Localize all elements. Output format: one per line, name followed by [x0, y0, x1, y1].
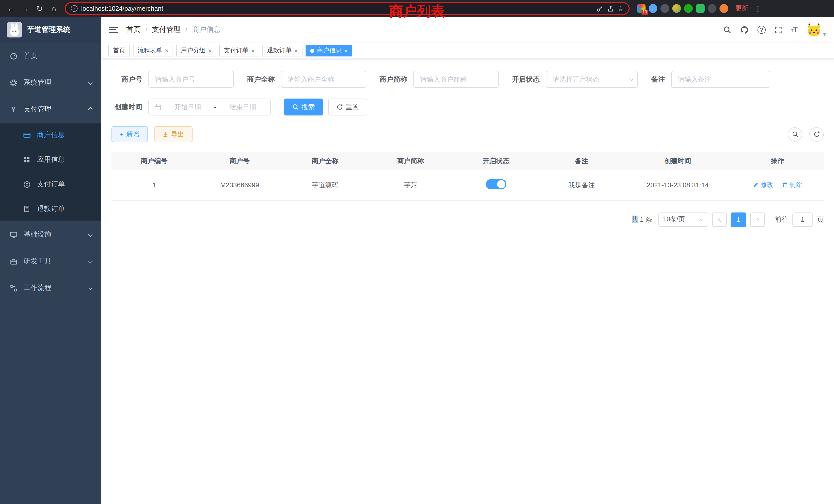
chevron-up-icon — [88, 107, 93, 112]
app-logo[interactable]: 芋道管理系统 — [0, 17, 101, 43]
tab-merchant-info[interactable]: 商户信息 × — [306, 45, 352, 56]
filter-label: 商户号 — [111, 75, 142, 84]
pinned-extension-icon[interactable] — [708, 4, 717, 13]
sidebar-item-system[interactable]: 系统管理 — [0, 69, 101, 96]
column-header: 创建时间 — [624, 153, 731, 170]
home-icon[interactable]: ⌂ — [48, 3, 60, 14]
tab-process-form[interactable]: 流程表单 × — [133, 45, 173, 56]
calendar-icon — [154, 104, 161, 111]
trash-icon — [781, 182, 788, 188]
filter-create-time: 创建时间 开始日期 - 结束日期 — [111, 98, 271, 115]
page-number-button[interactable]: 1 — [731, 212, 746, 227]
delete-link[interactable]: 删除 — [781, 181, 802, 189]
forward-icon[interactable]: → — [20, 3, 31, 14]
sidebar-item-infrastructure[interactable]: 基础设施 — [0, 221, 101, 248]
sidebar-item-workflow[interactable]: 工作流程 — [0, 275, 101, 301]
page-size-select[interactable] — [658, 212, 708, 227]
status-select[interactable] — [546, 71, 638, 88]
add-button[interactable]: + 新增 — [111, 126, 148, 142]
app-title: 芋道管理系统 — [27, 25, 70, 35]
browser-menu-icon[interactable]: ⋮ — [754, 4, 762, 13]
start-date-placeholder: 开始日期 — [166, 102, 210, 112]
tab-refund-order[interactable]: 退款订单 × — [262, 45, 303, 56]
sidebar-item-devtools[interactable]: 研发工具 — [0, 248, 101, 275]
filter-status: 开启状态 — [512, 71, 638, 88]
tabs-bar: 首页 流程表单 × 用户分组 × 支付订单 × 退款订单 × 商户信息 × — [101, 43, 834, 59]
search-icon[interactable] — [723, 26, 731, 34]
sidebar-item-home[interactable]: 首页 — [0, 43, 101, 69]
help-icon[interactable]: ? — [757, 26, 765, 34]
merchant-table: 商户编号 商户号 商户全称 商户简称 开启状态 备注 创建时间 操作 1 M23… — [111, 153, 824, 201]
extension-icon-blue[interactable] — [649, 4, 657, 13]
close-icon[interactable]: × — [208, 47, 212, 54]
hide-search-button[interactable] — [788, 127, 802, 141]
tab-pay-order[interactable]: 支付订单 × — [219, 45, 259, 56]
font-size-icon[interactable]: TT — [791, 25, 797, 35]
address-bar[interactable]: i localhost:1024/pay/merchant ☆ — [65, 2, 630, 15]
sidebar-item-label: 首页 — [24, 51, 38, 61]
url-text: localhost:1024/pay/merchant — [81, 5, 163, 12]
page-content: 商户号 商户全称 商户简称 开启状态 — [101, 59, 834, 227]
close-icon[interactable]: × — [344, 47, 348, 54]
credit-card-icon — [23, 131, 31, 139]
search-button[interactable]: 搜索 — [284, 98, 323, 115]
breadcrumb-item-current: 商户信息 — [192, 25, 221, 35]
sidebar-item-pay-order[interactable]: 支付订单 — [0, 172, 101, 197]
extension-icon-gray[interactable] — [660, 4, 669, 13]
github-icon[interactable] — [740, 25, 748, 34]
extension-icon-green-circle[interactable] — [684, 4, 693, 13]
export-button[interactable]: 导出 — [154, 126, 192, 142]
end-date-placeholder: 结束日期 — [220, 102, 265, 112]
sidebar-item-app-info[interactable]: 应用信息 — [0, 147, 101, 172]
full-name-input[interactable] — [281, 71, 366, 88]
total-count: 共 1 条 — [631, 215, 652, 224]
short-name-input[interactable] — [413, 71, 499, 88]
sidebar-item-refund-order[interactable]: 退款订单 — [0, 197, 101, 221]
browser-update-button[interactable]: 更新 — [736, 4, 748, 13]
close-icon[interactable]: × — [165, 47, 169, 54]
cell-full-name: 芋道源码 — [282, 170, 368, 200]
remark-input[interactable] — [671, 71, 770, 88]
share-icon[interactable] — [607, 5, 614, 12]
tab-user-group[interactable]: 用户分组 × — [176, 45, 216, 56]
breadcrumb-item-home[interactable]: 首页 — [126, 25, 141, 35]
refresh-icon[interactable]: ↻ — [34, 3, 45, 14]
chevron-down-icon — [88, 259, 93, 264]
top-navbar: 首页 / 支付管理 / 商户信息 ? TT — [101, 17, 834, 43]
page-info-icon[interactable]: i — [71, 5, 78, 12]
extension-badge: 10 — [641, 10, 648, 15]
profile-avatar-icon[interactable] — [720, 4, 728, 13]
user-avatar[interactable]: ▾ — [806, 22, 826, 38]
date-range-picker[interactable]: 开始日期 - 结束日期 — [148, 98, 271, 115]
refresh-table-button[interactable] — [809, 127, 824, 141]
plus-icon: + — [120, 130, 124, 138]
extension-icon-green-square[interactable] — [696, 4, 705, 13]
tab-home[interactable]: 首页 — [108, 45, 130, 56]
column-header: 商户号 — [197, 153, 282, 170]
sidebar-item-merchant-info[interactable]: 商户信息 — [0, 123, 101, 147]
bookmark-star-icon[interactable]: ☆ — [618, 5, 623, 12]
filter-row-1: 商户号 商户全称 商户简称 开启状态 — [111, 71, 824, 88]
password-key-icon[interactable] — [596, 5, 603, 12]
extension-icon-avatar[interactable] — [672, 4, 681, 13]
close-icon[interactable]: × — [294, 47, 298, 54]
sidebar-item-label: 研发工具 — [24, 257, 51, 266]
breadcrumb-item-payment[interactable]: 支付管理 — [152, 25, 181, 35]
reset-button[interactable]: 重置 — [328, 98, 367, 115]
goto-page-input[interactable] — [792, 212, 813, 227]
close-icon[interactable]: × — [251, 47, 255, 54]
hamburger-icon[interactable] — [109, 26, 118, 33]
back-icon[interactable]: ← — [5, 3, 17, 14]
next-page-button[interactable] — [750, 212, 765, 227]
fullscreen-icon[interactable] — [774, 26, 782, 33]
extensions-icon[interactable]: 10 — [637, 4, 645, 13]
table-toolbar: + 新增 导出 — [111, 126, 824, 142]
sidebar-item-payment[interactable]: ¥ 支付管理 — [0, 96, 101, 123]
merchant-no-input[interactable] — [148, 71, 234, 88]
prev-page-button[interactable] — [712, 212, 727, 227]
gear-icon — [9, 79, 18, 87]
edit-link[interactable]: 修改 — [753, 181, 773, 189]
status-toggle[interactable] — [486, 179, 506, 189]
main-area: 首页 / 支付管理 / 商户信息 ? TT — [101, 17, 834, 504]
column-header: 商户全称 — [282, 153, 368, 170]
